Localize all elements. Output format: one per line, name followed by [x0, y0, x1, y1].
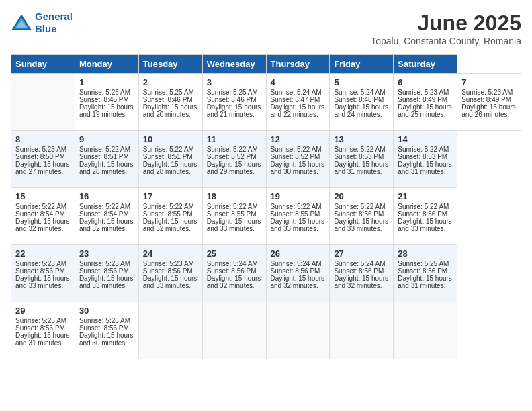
day-info-line: and 32 minutes.	[79, 225, 134, 232]
day-info-line: and 33 minutes.	[334, 225, 389, 232]
empty-cell	[330, 302, 394, 359]
day-info-line: Sunset: 8:45 PM	[79, 96, 134, 103]
week-row-4: 22Sunrise: 5:23 AMSunset: 8:56 PMDayligh…	[11, 245, 521, 302]
day-info-line: Daylight: 15 hours	[15, 275, 71, 282]
day-number: 1	[79, 77, 134, 87]
col-header-wednesday: Wednesday	[202, 55, 266, 74]
day-info-line: Sunset: 8:46 PM	[143, 96, 198, 103]
col-header-thursday: Thursday	[266, 55, 330, 74]
day-number: 28	[398, 248, 453, 259]
day-info-line: Daylight: 15 hours	[398, 218, 453, 225]
day-info-line: Sunset: 8:49 PM	[461, 96, 517, 103]
day-info-line: Sunset: 8:56 PM	[15, 324, 71, 332]
day-cell-14: 14Sunrise: 5:22 AMSunset: 8:53 PMDayligh…	[394, 131, 457, 188]
day-info-line: Daylight: 15 hours	[79, 275, 134, 282]
day-info-line: Sunset: 8:55 PM	[143, 210, 198, 218]
day-info-line: Sunrise: 5:23 AM	[398, 89, 453, 96]
day-info-line: Sunrise: 5:22 AM	[207, 146, 262, 153]
day-number: 23	[79, 248, 134, 259]
day-info-line: and 27 minutes.	[15, 168, 71, 175]
day-cell-2: 2Sunrise: 5:25 AMSunset: 8:46 PMDaylight…	[138, 74, 202, 131]
day-cell-5: 5Sunrise: 5:24 AMSunset: 8:48 PMDaylight…	[330, 74, 394, 131]
day-cell-23: 23Sunrise: 5:23 AMSunset: 8:56 PMDayligh…	[75, 245, 138, 302]
day-info-line: Sunrise: 5:23 AM	[79, 260, 134, 267]
day-info-line: Sunrise: 5:22 AM	[271, 146, 326, 153]
day-info-line: Sunset: 8:55 PM	[271, 210, 326, 218]
day-info-line: Sunset: 8:47 PM	[271, 96, 326, 103]
day-number: 20	[334, 191, 389, 201]
day-info-line: and 33 minutes.	[271, 225, 326, 232]
day-cell-15: 15Sunrise: 5:22 AMSunset: 8:54 PMDayligh…	[11, 188, 75, 245]
day-info-line: Sunset: 8:50 PM	[15, 153, 71, 161]
day-info-line: Sunset: 8:54 PM	[79, 210, 134, 218]
day-info-line: and 32 minutes.	[15, 225, 71, 232]
empty-cell	[394, 302, 457, 359]
day-info-line: and 29 minutes.	[207, 168, 262, 175]
day-cell-27: 27Sunrise: 5:24 AMSunset: 8:56 PMDayligh…	[330, 245, 394, 302]
day-info-line: Sunset: 8:54 PM	[15, 210, 71, 218]
day-info-line: and 32 minutes.	[143, 225, 198, 232]
day-info-line: Daylight: 15 hours	[143, 103, 198, 111]
title-block: June 2025 Topalu, Constanta County, Roma…	[371, 11, 521, 46]
day-info-line: Sunset: 8:51 PM	[79, 153, 134, 161]
day-info-line: Sunset: 8:51 PM	[143, 153, 198, 161]
day-info-line: Sunset: 8:56 PM	[79, 324, 134, 332]
day-info-line: Sunrise: 5:23 AM	[461, 89, 517, 96]
day-info-line: Sunrise: 5:25 AM	[207, 89, 262, 96]
day-info-line: Sunset: 8:53 PM	[398, 153, 453, 161]
day-number: 5	[334, 77, 389, 87]
day-info-line: Daylight: 15 hours	[143, 275, 198, 282]
day-number: 17	[143, 191, 198, 201]
day-info-line: Sunrise: 5:22 AM	[143, 203, 198, 210]
subtitle: Topalu, Constanta County, Romania	[371, 36, 521, 46]
day-info-line: and 30 minutes.	[271, 168, 326, 175]
day-info-line: and 33 minutes.	[79, 282, 134, 289]
day-number: 29	[15, 306, 71, 316]
day-info-line: Daylight: 15 hours	[461, 103, 517, 111]
col-header-friday: Friday	[330, 55, 394, 74]
day-info-line: Sunrise: 5:23 AM	[15, 146, 71, 153]
day-info-line: Sunrise: 5:24 AM	[207, 260, 262, 267]
day-info-line: Sunrise: 5:24 AM	[271, 260, 326, 267]
day-number: 24	[143, 248, 198, 259]
day-info-line: and 28 minutes.	[143, 168, 198, 175]
day-info-line: and 32 minutes.	[271, 282, 326, 289]
day-info-line: Sunrise: 5:22 AM	[79, 203, 134, 210]
day-number: 6	[398, 77, 453, 87]
day-number: 14	[398, 134, 453, 144]
day-info-line: Sunset: 8:56 PM	[79, 267, 134, 275]
day-number: 8	[15, 134, 71, 144]
day-info-line: Daylight: 15 hours	[207, 275, 262, 282]
day-info-line: Sunset: 8:56 PM	[271, 267, 326, 275]
day-number: 9	[79, 134, 134, 144]
day-cell-24: 24Sunrise: 5:23 AMSunset: 8:56 PMDayligh…	[138, 245, 202, 302]
day-info-line: and 25 minutes.	[398, 111, 453, 118]
day-info-line: and 26 minutes.	[461, 111, 517, 118]
day-cell-12: 12Sunrise: 5:22 AMSunset: 8:52 PMDayligh…	[266, 131, 330, 188]
day-info-line: Daylight: 15 hours	[271, 161, 326, 168]
day-info-line: and 33 minutes.	[15, 282, 71, 289]
day-info-line: Sunrise: 5:22 AM	[398, 203, 453, 210]
day-cell-29: 29Sunrise: 5:25 AMSunset: 8:56 PMDayligh…	[11, 302, 75, 359]
day-info-line: and 33 minutes.	[143, 282, 198, 289]
day-number: 16	[79, 191, 134, 201]
day-cell-6: 6Sunrise: 5:23 AMSunset: 8:49 PMDaylight…	[394, 74, 457, 131]
day-info-line: and 31 minutes.	[398, 282, 453, 289]
calendar-table: SundayMondayTuesdayWednesdayThursdayFrid…	[11, 54, 521, 359]
main-title: June 2025	[371, 11, 521, 36]
week-row-3: 15Sunrise: 5:22 AMSunset: 8:54 PMDayligh…	[11, 188, 521, 245]
day-info-line: Sunrise: 5:22 AM	[334, 146, 389, 153]
col-header-sunday: Sunday	[11, 55, 75, 74]
day-cell-4: 4Sunrise: 5:24 AMSunset: 8:47 PMDaylight…	[266, 74, 330, 131]
col-header-saturday: Saturday	[394, 55, 457, 74]
day-number: 30	[79, 306, 134, 316]
day-info-line: Daylight: 15 hours	[271, 275, 326, 282]
day-info-line: and 21 minutes.	[207, 111, 262, 118]
day-info-line: and 30 minutes.	[79, 339, 134, 347]
day-number: 18	[207, 191, 262, 201]
day-info-line: Sunrise: 5:24 AM	[271, 89, 326, 96]
day-cell-1: 1Sunrise: 5:26 AMSunset: 8:45 PMDaylight…	[75, 74, 138, 131]
day-info-line: Sunset: 8:48 PM	[334, 96, 389, 103]
day-info-line: and 24 minutes.	[334, 111, 389, 118]
day-info-line: Daylight: 15 hours	[398, 275, 453, 282]
